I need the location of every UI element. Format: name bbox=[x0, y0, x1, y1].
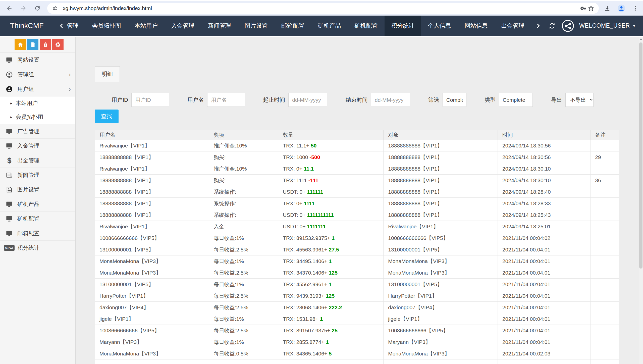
nav-item-12[interactable]: 出金管理 bbox=[495, 16, 531, 36]
cell-remark bbox=[591, 186, 619, 198]
cell-target: 18888888888【VIP1】 bbox=[384, 209, 498, 221]
cell-time: 2021/11/04 00:04:01 bbox=[498, 302, 591, 313]
sidebar-item-label: 积分统计 bbox=[17, 244, 39, 252]
cell-target: Rivalwanjoe【VIP1】 bbox=[384, 221, 498, 232]
nav-item-9[interactable]: 积分统计 bbox=[385, 16, 421, 36]
sidebar-item-10[interactable]: 图片设置 bbox=[0, 182, 75, 197]
content-scrollbar[interactable] bbox=[639, 37, 643, 364]
filter-user-name: 用户名 bbox=[187, 93, 245, 107]
user-id-input[interactable] bbox=[131, 93, 169, 107]
sidebar-item-3[interactable]: 用户组› bbox=[0, 82, 75, 96]
trash-button[interactable] bbox=[40, 39, 51, 50]
cell-username: Rivalwanjoe【VIP1】 bbox=[95, 163, 209, 175]
sidebar-item-11[interactable]: 矿机产品 bbox=[0, 197, 75, 212]
monitor-icon bbox=[5, 128, 14, 135]
sidebar-item-12[interactable]: 矿机配置 bbox=[0, 212, 75, 226]
cell-time: 2021/11/04 00:04:01 bbox=[498, 336, 591, 348]
cell-username: 13100000001【VIP5】 bbox=[95, 244, 209, 255]
chevron-right-icon: › bbox=[69, 86, 71, 93]
bookmark-star-icon[interactable] bbox=[587, 5, 595, 12]
cell-remark bbox=[591, 232, 619, 244]
sidebar-item-7[interactable]: 入金管理 bbox=[0, 139, 75, 153]
user-name-input[interactable] bbox=[207, 93, 245, 107]
profile-avatar-icon[interactable] bbox=[617, 4, 625, 12]
refresh-icon[interactable] bbox=[548, 21, 557, 30]
quantity-base: TRX: 11.1+ bbox=[283, 143, 309, 148]
table-row: 13100000001【VIP5】每日收益:1%TRX: 45562.9961+… bbox=[95, 279, 619, 290]
cell-quantity: TRX: 1000 -500 bbox=[278, 151, 384, 163]
nav-item-5[interactable]: 图片设置 bbox=[238, 16, 275, 36]
nav-item-3[interactable]: 入金管理 bbox=[165, 16, 201, 36]
nav-item-6[interactable]: 邮箱配置 bbox=[275, 16, 311, 36]
brand-logo[interactable]: ThinkCMF bbox=[0, 16, 52, 36]
recycle-button[interactable]: ♻ bbox=[52, 39, 64, 50]
nav-item-10[interactable]: 个人信息 bbox=[421, 16, 458, 36]
tab-bar: 明细 bbox=[95, 66, 618, 82]
table-row: Rivalwanjoe【VIP1】推广佣金:10%TRX: 0+ 11.1188… bbox=[95, 163, 619, 175]
nav-item-2[interactable]: 本站用户 bbox=[128, 16, 165, 36]
sidebar-subitem-4[interactable]: ▸本站用户 bbox=[0, 96, 75, 110]
cell-target: 13100000001【VIP5】 bbox=[384, 279, 498, 290]
nav-item-4[interactable]: 新闻管理 bbox=[201, 16, 238, 36]
quantity-base: USDT: 0+ bbox=[283, 189, 305, 195]
screen-input[interactable] bbox=[443, 93, 466, 107]
sidebar-item-14[interactable]: VISA积分统计 bbox=[0, 241, 75, 255]
url-text[interactable]: xg.hwym.shop/admin/index/index.html bbox=[63, 5, 580, 11]
nav-item-11[interactable]: 网站信息 bbox=[458, 16, 495, 36]
sidebar-item-8[interactable]: $出金管理 bbox=[0, 153, 75, 168]
url-bar[interactable]: xg.hwym.shop/admin/index/index.html bbox=[47, 3, 599, 14]
sidebar-item-2[interactable]: 管理组› bbox=[0, 67, 75, 82]
cell-remark bbox=[591, 209, 619, 221]
cell-prize: 入金: bbox=[209, 221, 278, 232]
browser-forward-icon[interactable] bbox=[19, 4, 28, 13]
cell-quantity: TRX: 11.1+ 50 bbox=[278, 140, 384, 151]
sidebar-item-label: 邮箱配置 bbox=[17, 230, 39, 237]
browser-back-icon[interactable] bbox=[5, 4, 14, 13]
new-file-button[interactable] bbox=[27, 39, 38, 50]
sidebar-item-9[interactable]: 新闻管理 bbox=[0, 168, 75, 182]
user-name-label: 用户名 bbox=[187, 96, 204, 104]
download-icon[interactable] bbox=[603, 4, 611, 12]
quantity-delta: -500 bbox=[309, 154, 320, 160]
welcome-user-menu[interactable]: WELCOME_USER ▼ bbox=[579, 22, 636, 29]
sidebar-item-6[interactable]: 广告管理 bbox=[0, 124, 75, 139]
sidebar-item-1[interactable]: 网站设置 bbox=[0, 53, 75, 67]
end-time-input[interactable] bbox=[371, 93, 410, 107]
cell-target: MonaMonaMona【VIP3】 bbox=[384, 348, 498, 359]
caret-down-icon: ▼ bbox=[632, 24, 636, 28]
cell-quantity: TRX: 28068.1406+ 222.2 bbox=[278, 302, 384, 313]
cell-quantity: TRX: 0+ 1111 bbox=[278, 198, 384, 209]
sidebar-item-13[interactable]: 邮箱配置 bbox=[0, 226, 75, 241]
column-header: 备注 bbox=[591, 130, 619, 140]
type-input[interactable] bbox=[499, 93, 533, 107]
table-row: 18888888888【VIP1】系统操作:USDT: 0+ 111111111… bbox=[95, 209, 619, 221]
nav-item-7[interactable]: 矿机产品 bbox=[311, 16, 348, 36]
search-button[interactable]: 查找 bbox=[95, 110, 119, 123]
cell-target: Maryann【VIP3】 bbox=[384, 336, 498, 348]
tab-detail[interactable]: 明细 bbox=[95, 66, 120, 82]
table-row: MonaMonaMona【VIP3】每日收益:2.5%TRX: 34370.14… bbox=[95, 267, 619, 279]
home-button[interactable] bbox=[15, 39, 26, 50]
nav-item-8[interactable]: 矿机配置 bbox=[348, 16, 385, 36]
nav-item-1[interactable]: 会员拓扑图 bbox=[85, 16, 128, 36]
table-row: Maryann【VIP3】每日收益:1%TRX: 2855.8774+ 1Mar… bbox=[95, 336, 619, 348]
browser-reload-icon[interactable] bbox=[33, 4, 42, 13]
scrollbar-up-arrow-icon[interactable] bbox=[639, 38, 642, 40]
cell-quantity: TRX: 9439.3193+ 125 bbox=[278, 290, 384, 302]
scrollbar-thumb[interactable] bbox=[639, 42, 642, 269]
nav-chevron-right-icon[interactable] bbox=[533, 21, 543, 30]
sidebar-subitem-5[interactable]: ▸会员拓扑图 bbox=[0, 110, 75, 124]
user-avatar-icon[interactable] bbox=[562, 20, 574, 32]
cell-quantity: TRX: 45562.9961+ 1 bbox=[278, 279, 384, 290]
nav-item-back-admin[interactable]: 管理 bbox=[52, 16, 85, 36]
password-key-icon[interactable] bbox=[580, 5, 587, 12]
cell-target: 18888888888【VIP1】 bbox=[384, 151, 498, 163]
export-select[interactable]: 不导出 bbox=[565, 93, 594, 107]
quantity-base: USDT: 0+ bbox=[283, 224, 305, 229]
sidebar-item-label: 入金管理 bbox=[17, 142, 39, 150]
cell-quantity: TRX: 1531.98+ 1 bbox=[278, 313, 384, 325]
site-settings-tune-icon[interactable] bbox=[51, 5, 59, 12]
cell-target: daxiong007【VIP4】 bbox=[384, 302, 498, 313]
browser-menu-kebab-icon[interactable] bbox=[631, 4, 639, 12]
start-time-input[interactable] bbox=[288, 93, 327, 107]
